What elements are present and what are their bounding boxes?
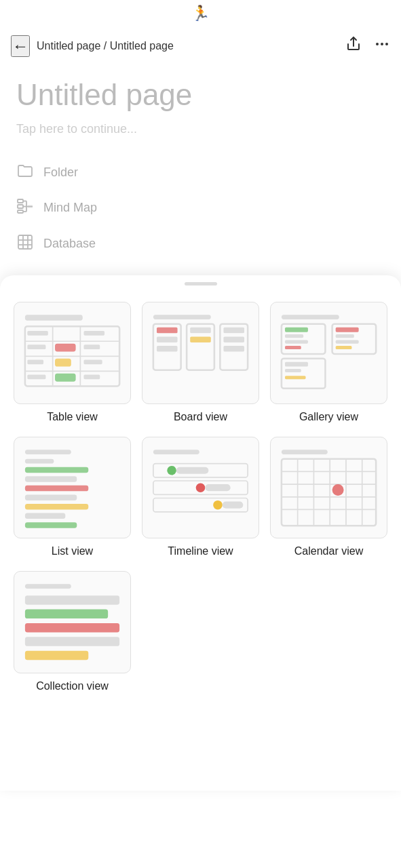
timeline-view-thumb [142,437,259,538]
collection-view-thumb [14,571,131,673]
view-item-list[interactable]: List view [14,437,131,557]
page-placeholder[interactable]: Tap here to continue... [16,122,385,136]
svg-rect-69 [25,504,88,509]
board-view-thumb [142,302,259,403]
svg-rect-31 [27,375,45,380]
svg-point-2 [381,43,383,45]
view-item-timeline[interactable]: Timeline view [142,437,259,557]
svg-rect-53 [285,346,301,349]
view-item-table[interactable]: Table view [14,302,131,422]
svg-point-93 [332,484,344,496]
svg-rect-65 [25,467,88,472]
svg-rect-55 [336,328,359,332]
menu-item-database[interactable]: Database [16,226,385,262]
svg-rect-60 [285,362,308,367]
share-button[interactable] [345,36,362,56]
timeline-view-label: Timeline view [168,545,233,557]
svg-point-80 [213,500,223,510]
svg-rect-68 [25,494,77,500]
svg-rect-50 [285,328,308,332]
collection-view-label: Collection view [36,680,109,692]
svg-rect-98 [25,637,119,647]
svg-rect-63 [25,450,71,454]
views-grid: Table view [14,302,387,557]
back-button[interactable]: ← [11,35,30,57]
status-icon: 🏃 [191,5,210,22]
svg-rect-61 [285,369,301,372]
more-button[interactable] [374,36,390,56]
svg-rect-56 [336,334,354,338]
svg-rect-12 [28,205,33,208]
svg-rect-57 [336,340,359,344]
menu-item-folder[interactable]: Folder [16,155,385,190]
svg-rect-4 [18,199,23,203]
view-item-calendar[interactable]: Calendar view [270,437,387,557]
svg-rect-62 [285,376,306,380]
svg-rect-52 [285,340,308,344]
svg-rect-27 [55,374,76,382]
svg-rect-30 [27,360,43,365]
svg-rect-81 [223,501,244,508]
svg-rect-99 [25,651,88,660]
svg-rect-34 [83,360,102,365]
list-view-label: List view [52,545,93,557]
svg-rect-29 [27,345,45,350]
svg-rect-13 [18,235,32,249]
svg-rect-77 [176,467,209,473]
folder-icon [16,164,34,181]
svg-rect-51 [285,334,303,338]
svg-rect-18 [25,315,83,321]
status-bar: 🏃 [0,0,401,27]
svg-rect-32 [83,331,104,336]
svg-point-1 [376,43,379,45]
view-item-collection[interactable]: Collection view [14,571,131,692]
svg-rect-71 [25,522,77,528]
sheet-handle [185,282,217,285]
calendar-view-label: Calendar view [294,545,363,557]
mindmap-label: Mind Map [43,201,97,215]
svg-rect-66 [25,476,77,481]
svg-point-3 [385,43,388,45]
svg-rect-28 [27,331,48,336]
nav-title: Untitled page / Untitled page [37,40,339,52]
mindmap-icon [16,199,34,217]
view-item-board[interactable]: Board view [142,302,259,422]
svg-rect-95 [25,595,119,605]
svg-rect-6 [18,210,23,213]
svg-rect-72 [153,450,199,454]
menu-items: Folder Mind Map [16,155,385,262]
database-label: Database [43,237,96,251]
svg-rect-82 [282,450,328,454]
svg-rect-26 [55,359,71,367]
svg-rect-97 [25,623,119,633]
svg-rect-5 [18,205,23,208]
view-item-gallery[interactable]: Gallery view [270,302,387,422]
views-grid-last: Collection view [14,571,387,692]
svg-rect-96 [25,610,108,619]
nav-actions [345,36,390,56]
svg-point-78 [196,483,206,492]
svg-rect-94 [25,584,71,589]
svg-rect-45 [223,328,244,333]
svg-rect-46 [223,337,244,342]
folder-label: Folder [43,165,78,180]
table-view-thumb [14,302,131,403]
gallery-view-label: Gallery view [299,411,358,423]
svg-point-76 [167,466,176,475]
svg-rect-48 [282,315,339,320]
svg-rect-40 [157,346,178,351]
calendar-view-thumb [270,437,387,538]
svg-rect-33 [83,345,100,350]
svg-rect-42 [190,328,211,333]
svg-rect-35 [83,375,100,380]
page-title[interactable]: Untitled page [16,79,385,111]
svg-rect-43 [190,337,211,342]
database-icon [16,235,34,253]
menu-item-mindmap[interactable]: Mind Map [16,190,385,226]
svg-rect-36 [153,315,211,320]
svg-rect-25 [55,344,76,352]
board-view-label: Board view [174,411,227,423]
svg-rect-64 [25,459,54,464]
table-view-label: Table view [47,411,98,423]
svg-rect-67 [25,486,88,491]
